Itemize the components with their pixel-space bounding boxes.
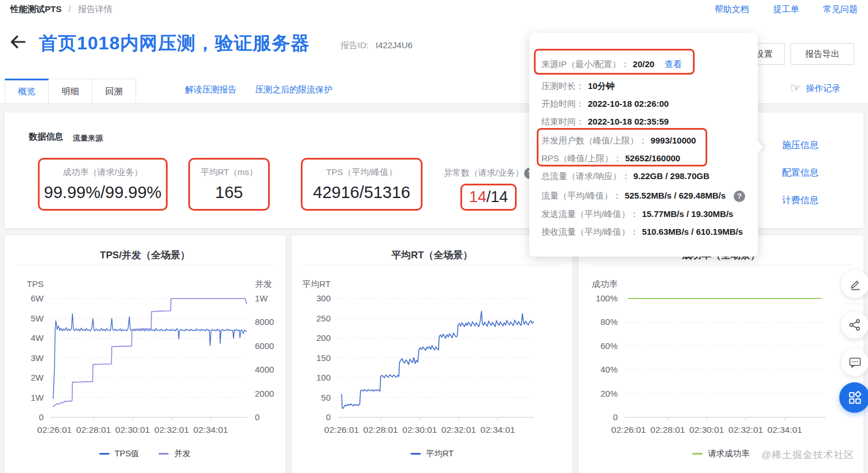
metric-label: 成功率（请求/业务） — [40, 167, 166, 178]
pointing-hand-icon: ☞ — [790, 82, 801, 95]
faq-link[interactable]: 常见问题 — [823, 4, 858, 14]
chart-card-tps-concurrency: TPS/并发（全场景）01W2W3W4W5W6WTPS0200040006000… — [5, 235, 285, 473]
report-id-label: 报告ID: — [340, 40, 369, 50]
legend-item[interactable]: 平均RT — [410, 448, 454, 459]
x-tick-label: 02:26:01 — [37, 425, 72, 435]
axis-tick-label: 6000 — [255, 341, 274, 351]
axis-tick-label: 250 — [316, 313, 331, 323]
x-tick-label: 02:30:01 — [402, 425, 437, 435]
metric-exception-label: 异常数（请求/业务） — [444, 168, 536, 179]
tab-details[interactable]: 明细 — [48, 79, 92, 103]
comment-icon — [848, 356, 862, 369]
breadcrumb: 性能测试PTS / 报告详情 — [10, 4, 113, 15]
config-info-link[interactable]: 配置信息 — [782, 167, 819, 179]
axis-tick-label: 1W — [255, 293, 268, 303]
x-tick-label: 02:26:01 — [324, 425, 359, 435]
x-tick-label: 02:32:01 — [728, 425, 763, 435]
metric-value: 99.99%/99.99% — [40, 183, 166, 202]
popup-row-start-time: 开始时间：2022-10-18 02:26:00 — [541, 99, 749, 110]
axis-tick-label: 80% — [600, 317, 618, 327]
popup-row-source-ip: 来源IP（最小/配置）：20/20查看 — [541, 59, 749, 71]
pressure-info-link[interactable]: 施压信息 — [782, 139, 819, 152]
metric-exception-rest: /14 — [486, 188, 508, 206]
breadcrumb-page: 报告详情 — [78, 4, 113, 14]
chart-legend[interactable]: 平均RT — [292, 448, 572, 459]
legend-label: 并发 — [174, 448, 191, 459]
data-info-title: 数据信息 — [29, 131, 63, 142]
left-axis-name: 平均RT — [302, 279, 331, 289]
axis-tick-label: 100% — [596, 293, 618, 303]
header-links: 帮助文档 提工单 常见问题 — [693, 4, 858, 15]
tab-backtrack[interactable]: 回溯 — [92, 79, 136, 103]
report-helper-links: 解读压测报告 压测之后的限流保护 — [185, 84, 348, 95]
legend-label: 请求成功率 — [708, 448, 750, 459]
axis-tick-label: 300 — [316, 293, 331, 303]
axis-tick-label: 5W — [31, 313, 44, 323]
axis-tick-label: 4W — [31, 333, 44, 343]
axis-tick-label: 100 — [316, 373, 331, 382]
legend-label: 平均RT — [426, 448, 454, 459]
left-axis-name: 成功率 — [592, 279, 618, 289]
rate-limit-protect-link[interactable]: 压测之后的限流保护 — [255, 84, 332, 94]
avg-rt-chart: 平均RT（全场景）050100150200250300平均RT02:26:010… — [292, 235, 572, 473]
chart-legend[interactable]: TPS值并发 — [5, 448, 285, 459]
divider — [843, 304, 868, 304]
report-id: 报告ID: I422J4U6 — [340, 40, 413, 51]
popup-row-duration: 压测时长：10分钟 — [541, 81, 749, 92]
feedback-button[interactable] — [841, 348, 868, 376]
pencil-icon — [848, 277, 862, 291]
axis-tick-label: 200 — [316, 333, 331, 343]
breadcrumb-app[interactable]: 性能测试PTS — [10, 4, 61, 14]
metric-value: 42916/51316 — [303, 183, 421, 202]
help-icon[interactable]: ? — [734, 191, 745, 202]
report-id-value: I422J4U6 — [375, 40, 412, 50]
x-tick-label: 02:32:01 — [154, 425, 189, 435]
edit-button[interactable] — [841, 270, 868, 298]
metric-label: TPS（平均/峰值） — [303, 167, 421, 178]
series-line — [53, 314, 247, 399]
page: { "breadcrumb": { "app": "性能测试PTS", "sep… — [0, 0, 868, 473]
popup-row-total-traffic: 总流量（请求/响应）：9.22GB / 298.70GB — [541, 171, 749, 183]
report-export-button[interactable]: 报告导出 — [790, 43, 854, 65]
axis-tick-label: 0 — [326, 412, 331, 422]
legend-dash-icon — [692, 453, 703, 455]
breadcrumb-separator: / — [68, 4, 71, 14]
help-docs-link[interactable]: 帮助文档 — [715, 4, 749, 14]
popup-row-send-traffic: 发送流量（平均/峰值）：15.77MB/s / 19.30MB/s — [541, 209, 749, 220]
x-tick-label: 02:28:01 — [363, 425, 398, 435]
series-line — [342, 311, 533, 409]
submit-ticket-link[interactable]: 提工单 — [773, 4, 799, 14]
share-button[interactable] — [841, 311, 868, 339]
right-axis-name: 并发 — [255, 279, 272, 289]
legend-item[interactable]: 请求成功率 — [692, 448, 750, 459]
legend-dash-icon — [99, 453, 110, 455]
axis-tick-label: 6W — [31, 293, 44, 303]
series-line — [53, 298, 247, 406]
metric-tps: TPS（平均/峰值） 42916/51316 — [301, 158, 423, 211]
tps-concurrency-chart: TPS/并发（全场景）01W2W3W4W5W6WTPS0200040006000… — [5, 235, 285, 473]
metric-success-rate: 成功率（请求/业务） 99.99%/99.99% — [38, 158, 168, 211]
metric-label: 平均RT（ms） — [190, 167, 268, 178]
axis-tick-label: 8000 — [255, 317, 274, 327]
axis-tick-label: 4000 — [255, 365, 274, 374]
popup-row-concurrent-users: 并发用户数（峰值/上限）：9993/10000 — [541, 135, 749, 147]
axis-tick-label: 1W — [31, 393, 44, 402]
x-tick-label: 02:26:01 — [611, 425, 646, 435]
axis-tick-label: 50 — [321, 393, 331, 402]
view-link[interactable]: 查看 — [665, 59, 682, 69]
operation-log-link[interactable]: ☞ 操作记录 — [790, 82, 840, 95]
x-tick-label: 02:34:01 — [480, 425, 515, 435]
widgets-button[interactable] — [839, 382, 868, 413]
chart-title: TPS/并发（全场景） — [100, 250, 190, 261]
back-arrow-icon[interactable] — [8, 32, 28, 52]
legend-item[interactable]: 并发 — [158, 448, 191, 459]
watermark: @稀土掘金技术社区 — [761, 448, 854, 462]
tab-overview[interactable]: 概览 — [5, 79, 49, 103]
interpret-report-link[interactable]: 解读压测报告 — [185, 84, 237, 94]
metric-avg-rt: 平均RT（ms） 165 — [188, 158, 270, 211]
axis-tick-label: 0 — [255, 412, 259, 422]
legend-item[interactable]: TPS值 — [99, 448, 140, 459]
x-tick-label: 02:28:01 — [650, 425, 685, 435]
metric-value: 165 — [190, 183, 268, 202]
billing-info-link[interactable]: 计费信息 — [782, 195, 819, 207]
